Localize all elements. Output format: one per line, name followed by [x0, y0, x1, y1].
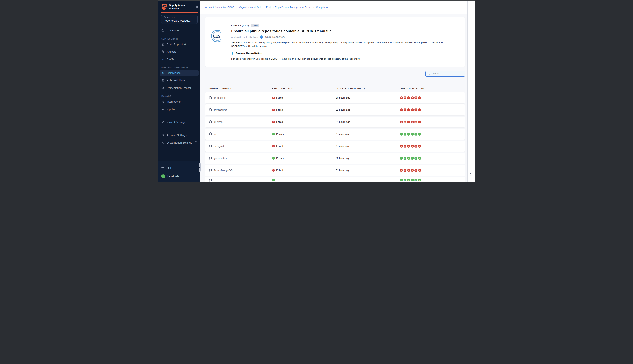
- evaluation-history: [400, 120, 465, 124]
- breadcrumb-separator: ›: [236, 6, 237, 9]
- sidebar-item-code-repositories[interactable]: Code Repositories: [160, 42, 199, 47]
- sidebar-footer: Help L Lavakush: [158, 160, 200, 182]
- status-label: Failed: [276, 96, 283, 99]
- history-pass-icon: [411, 179, 414, 182]
- history-fail-icon: [414, 96, 417, 99]
- lightbulb-icon: [231, 52, 234, 55]
- history-fail-icon: [418, 96, 421, 99]
- remediation-title: General Remediation: [236, 52, 262, 55]
- sidebar-collapse-handle[interactable]: [198, 162, 201, 172]
- support-chat-icon[interactable]: [469, 172, 473, 177]
- shield-logo-icon: [161, 3, 167, 10]
- search-input[interactable]: [431, 72, 463, 75]
- history-pass-icon: [418, 179, 421, 182]
- entity-name[interactable]: cicd-goat: [214, 145, 224, 148]
- breadcrumb-organization[interactable]: Organization: default: [239, 6, 261, 8]
- help-button[interactable]: Help: [161, 166, 197, 170]
- github-icon: [209, 132, 212, 136]
- breadcrumb-project[interactable]: Project: Repo Posture Management Demo: [266, 6, 311, 8]
- sidebar-item-cicd[interactable]: ∞ CI/CD: [160, 56, 199, 62]
- history-fail-icon: [411, 108, 414, 112]
- column-header-latest-status[interactable]: LATEST STATUS▲▼: [272, 88, 336, 90]
- history-fail-icon: [400, 145, 403, 148]
- sidebar-item-remediation-tracker[interactable]: Remediation Tracker: [160, 85, 199, 91]
- status-label: Failed: [276, 169, 283, 172]
- sort-icon: ▲▼: [230, 88, 232, 90]
- entity-name[interactable]: git-sync-test: [214, 157, 227, 160]
- history-fail-icon: [403, 120, 406, 124]
- cis-logo: CIS.: [210, 29, 224, 43]
- history-pass-icon: [418, 157, 421, 160]
- brand-header: Supply Chain Security: [158, 1, 200, 12]
- rule-detail-card: CIS. CIS-1.2.1 (1.2.1) LOW Ensure all pu…: [205, 18, 465, 67]
- table-row[interactable]: React-MongoDB Failed 21 hours ago: [205, 165, 465, 176]
- sidebar-item-label: Get Started: [167, 29, 180, 32]
- table-row[interactable]: pr-git-sync Failed 20 hours ago: [205, 92, 465, 103]
- sidebar-item-integrations[interactable]: Integrations: [160, 99, 199, 104]
- sidebar-item-label: Organization Settings: [167, 141, 192, 144]
- home-icon: [161, 29, 164, 32]
- history-fail-icon: [403, 169, 406, 172]
- app-switcher-icon[interactable]: [194, 3, 198, 8]
- project-selector[interactable]: PROJECT Repo Posture Manage...: [161, 15, 198, 24]
- chevron-right-icon: [196, 121, 198, 123]
- info-icon[interactable]: i: [195, 134, 197, 136]
- sidebar-item-project-settings[interactable]: Project Settings: [160, 120, 199, 125]
- infinity-icon: ∞: [161, 58, 164, 61]
- sidebar-item-rule-definitions[interactable]: Rule Definitions: [160, 78, 199, 83]
- history-pass-icon: [400, 179, 403, 182]
- last-evaluation-time: 21 hours ago: [336, 120, 400, 123]
- history-pass-icon: [414, 157, 417, 160]
- history-pass-icon: [407, 179, 410, 182]
- history-fail-icon: [407, 120, 410, 124]
- gear-icon: [161, 120, 164, 124]
- remediation-text: For each repository in use, create a SEC…: [231, 58, 458, 60]
- entity-name[interactable]: JavaCourse: [214, 108, 227, 112]
- table-row[interactable]: git-sync Failed 21 hours ago: [205, 116, 465, 128]
- last-evaluation-time: 21 hours ago: [336, 169, 400, 172]
- rule-description: SECURITY.md file is a security policy fi…: [231, 41, 445, 48]
- help-chat-icon: [161, 166, 165, 170]
- status-icon: [272, 133, 275, 135]
- info-icon[interactable]: i: [195, 141, 197, 144]
- layers-gear-icon: [161, 134, 164, 137]
- status-icon: [272, 96, 275, 99]
- entity-name[interactable]: git-sync: [214, 120, 222, 124]
- sidebar-item-account-settings[interactable]: Account Settings i: [160, 132, 199, 138]
- table-row[interactable]: cli Passed 2 hours ago: [205, 128, 465, 140]
- sidebar-item-compliance[interactable]: Compliance: [160, 70, 199, 76]
- table-row[interactable]: [205, 177, 465, 182]
- entity-name[interactable]: React-MongoDB: [214, 169, 233, 172]
- column-header-last-evaluation-time[interactable]: LAST EVALUATION TIME▲▼: [336, 88, 400, 90]
- entity-name[interactable]: cli: [214, 132, 216, 136]
- history-pass-icon: [414, 179, 417, 182]
- column-header-impacted-entity[interactable]: IMPACTED ENTITY▲▼: [209, 88, 272, 90]
- sidebar-item-label: Remediation Tracker: [167, 86, 191, 90]
- user-menu[interactable]: L Lavakush: [161, 174, 197, 178]
- table-row[interactable]: JavaCourse Failed 21 hours ago: [205, 104, 465, 116]
- history-pass-icon: [400, 157, 403, 160]
- sidebar-item-artifacts[interactable]: Artifacts: [160, 49, 199, 54]
- last-evaluation-time: 2 hours ago: [336, 145, 400, 148]
- main-content: Account: Automation-SSCA › Organization:…: [200, 1, 467, 182]
- table-row[interactable]: git-sync-test Passed 20 hours ago: [205, 153, 465, 164]
- sidebar-item-get-started[interactable]: Get Started: [160, 28, 199, 33]
- right-scrollbar-gutter[interactable]: [467, 1, 475, 182]
- section-label-supply-chain: SUPPLY CHAIN: [161, 38, 199, 40]
- history-fail-icon: [414, 145, 417, 148]
- status-icon: [272, 179, 275, 181]
- history-fail-icon: [400, 120, 403, 124]
- divider: [161, 128, 198, 129]
- sidebar-item-organization-settings[interactable]: Organization Settings i: [160, 140, 199, 146]
- github-icon: [209, 156, 212, 160]
- table-row[interactable]: cicd-goat Failed 2 hours ago: [205, 141, 465, 152]
- breadcrumb-account[interactable]: Account: Automation-SSCA: [205, 6, 234, 8]
- integrations-icon: [161, 100, 164, 103]
- breadcrumb-compliance[interactable]: Compliance: [316, 6, 329, 8]
- project-label: PROJECT: [167, 16, 177, 18]
- user-name: Lavakush: [167, 175, 179, 178]
- history-fail-icon: [407, 169, 410, 172]
- sidebar-item-pipelines[interactable]: Pipelines: [160, 106, 199, 112]
- sidebar-item-label: Rule Definitions: [167, 79, 185, 82]
- entity-name[interactable]: pr-git-sync: [214, 96, 226, 99]
